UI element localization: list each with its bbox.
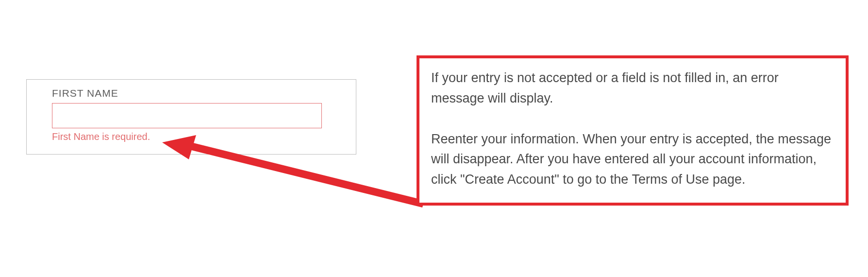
doc-canvas: FIRST NAME First Name is required. If yo…: [0, 0, 868, 277]
first-name-label: FIRST NAME: [52, 87, 338, 99]
first-name-input[interactable]: [52, 103, 322, 128]
instruction-callout-text: If your entry is not accepted or a field…: [431, 68, 834, 190]
first-name-error-message: First Name is required.: [52, 131, 338, 142]
form-example-box: FIRST NAME First Name is required.: [26, 79, 356, 155]
instruction-callout: If your entry is not accepted or a field…: [417, 55, 849, 206]
